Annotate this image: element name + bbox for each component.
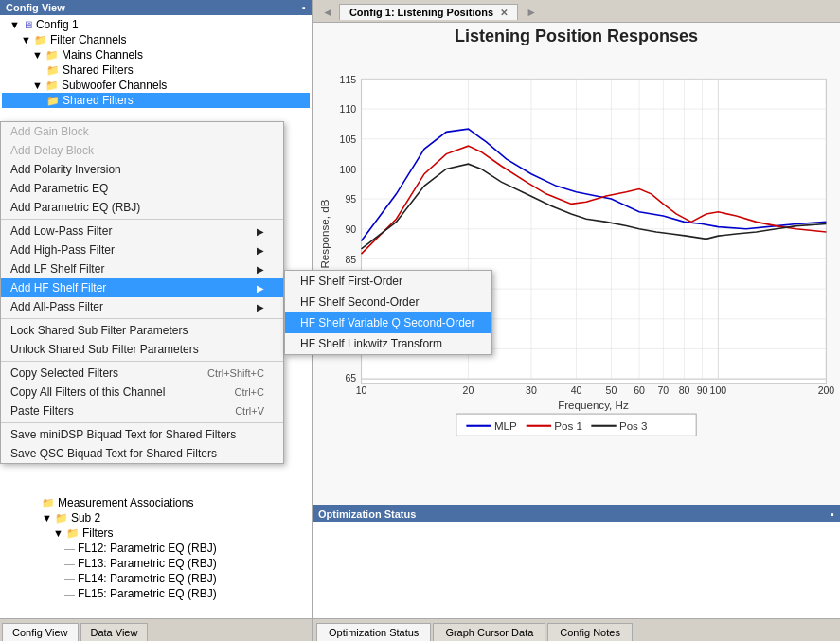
bottom-tab-bar-right: Optimization Status Graph Cursor Data Co… (313, 618, 840, 641)
chart-svg: 115 110 105 100 95 90 85 80 75 70 65 Res… (316, 50, 836, 468)
tree-item[interactable]: — FL12: Parametric EQ (RBJ) (0, 541, 312, 556)
svg-text:90: 90 (697, 384, 708, 396)
menu-item-label: Save miniDSP Biquad Text for Shared Filt… (10, 428, 236, 441)
menu-item-add-allpass[interactable]: Add All-Pass Filter ▶ (1, 297, 283, 316)
config-icon: 🖥 (23, 19, 33, 30)
tree-item[interactable]: 📁 Shared Filters (2, 62, 310, 78)
tree-item[interactable]: ▼ 📁 Filter Channels (2, 32, 310, 47)
svg-text:MLP: MLP (494, 419, 517, 432)
menu-item-paste[interactable]: Paste Filters Ctrl+V (1, 401, 283, 420)
menu-item-label: Add LF Shelf Filter (10, 262, 104, 276)
svg-text:95: 95 (345, 193, 356, 205)
tree-item-label: Filters (82, 526, 114, 540)
menu-item-add-polarity[interactable]: Add Polarity Inversion (1, 160, 283, 179)
tab-config-view[interactable]: Config View (2, 623, 79, 641)
tree-bottom-area: 📁 Measurement Associations ▼ 📁 Sub 2 ▼ 📁… (0, 495, 312, 618)
menu-item-add-lf-shelf[interactable]: Add LF Shelf Filter ▶ (1, 259, 283, 278)
menu-item-copy-all[interactable]: Copy All Filters of this Channel Ctrl+C (1, 383, 283, 401)
main-container: Config View ▪ ▼ 🖥 Config 1 ▼ 📁 Filter Ch… (0, 0, 840, 641)
menu-separator (1, 318, 283, 319)
filter-icon: — (64, 558, 75, 569)
tree-item-label: Config 1 (36, 18, 79, 31)
tree-item[interactable]: ▼ 📁 Sub 2 (0, 510, 312, 525)
folder-icon: 📁 (45, 49, 59, 62)
svg-text:110: 110 (340, 103, 357, 115)
menu-item-save-minidsp[interactable]: Save miniDSP Biquad Text for Shared Filt… (1, 425, 283, 444)
submenu-hf-shelf: HF Shelf First-Order HF Shelf Second-Ord… (284, 270, 492, 355)
svg-text:100: 100 (340, 164, 357, 175)
tree-item[interactable]: ▼ 🖥 Config 1 (2, 17, 310, 32)
tree-item-label: Sub 2 (71, 511, 100, 525)
svg-text:80: 80 (679, 384, 690, 396)
svg-text:10: 10 (356, 384, 367, 396)
menu-item-save-qsc[interactable]: Save QSC Biquad Text for Shared Filters (1, 444, 283, 463)
submenu-arrow-icon: ▶ (257, 302, 264, 312)
menu-item-add-peq-rbj[interactable]: Add Parametric EQ (RBJ) (1, 198, 283, 217)
menu-item-add-lpf[interactable]: Add Low-Pass Filter ▶ (1, 222, 283, 240)
tree-item[interactable]: ▼ 📁 Filters (0, 525, 312, 541)
submenu-arrow-icon: ▶ (257, 226, 264, 237)
tab-close-icon[interactable]: ✕ (500, 8, 508, 18)
chart-title: Listening Position Responses (316, 27, 836, 46)
submenu-item-second-order[interactable]: HF Shelf Second-Order (285, 292, 491, 312)
tab-optimization-status[interactable]: Optimization Status (316, 623, 431, 641)
menu-item-unlock-shared[interactable]: Unlock Shared Sub Filter Parameters (1, 340, 283, 359)
svg-text:Response, dB: Response, dB (318, 199, 331, 268)
tree-item-label: Measurement Associations (58, 496, 193, 509)
opt-status-pin-icon[interactable]: ▪ (831, 508, 834, 520)
menu-item-copy-selected[interactable]: Copy Selected Filters Ctrl+Shift+C (1, 364, 283, 383)
submenu-item-variable-q[interactable]: HF Shelf Variable Q Second-Order (285, 312, 491, 333)
nav-left-icon[interactable]: ◄ (316, 4, 339, 21)
svg-text:Pos 3: Pos 3 (619, 419, 648, 432)
menu-item-label: Lock Shared Sub Filter Parameters (10, 324, 188, 337)
tree-item-selected[interactable]: 📁 Shared Filters (2, 93, 310, 108)
submenu-item-label: HF Shelf Second-Order (300, 295, 419, 309)
menu-item-add-peq[interactable]: Add Parametric EQ (1, 179, 283, 198)
svg-text:65: 65 (345, 372, 356, 383)
menu-item-label: Add Parametric EQ (RBJ) (10, 201, 140, 214)
tree-item[interactable]: ▼ 📁 Mains Channels (2, 47, 310, 62)
opt-status-title: Optimization Status (318, 508, 416, 520)
opt-status-header: Optimization Status ▪ (313, 507, 840, 522)
svg-text:50: 50 (606, 384, 617, 396)
expand-icon: ▼ (42, 512, 52, 524)
tab-bar-top: ◄ Config 1: Listening Positions ✕ ► (313, 0, 840, 23)
tree-item[interactable]: 📁 Measurement Associations (0, 495, 312, 510)
filter-icon: — (64, 573, 75, 584)
shortcut-label: Ctrl+V (235, 405, 264, 417)
svg-text:105: 105 (340, 134, 357, 145)
svg-text:70: 70 (657, 384, 669, 396)
shortcut-label: Ctrl+Shift+C (207, 367, 264, 379)
tree-item[interactable]: — FL13: Parametric EQ (RBJ) (0, 556, 312, 571)
panel-pin-icon[interactable]: ▪ (302, 2, 306, 13)
filter-icon: — (64, 588, 75, 599)
tab-data-view[interactable]: Data View (80, 623, 149, 641)
tab-config-notes[interactable]: Config Notes (547, 623, 633, 641)
tree-item[interactable]: ▼ 📁 Subwoofer Channels (2, 78, 310, 93)
tree-item-label: Shared Filters (63, 94, 134, 107)
left-bottom-tabs: Config View Data View (0, 618, 312, 641)
submenu-item-label: HF Shelf First-Order (300, 275, 402, 288)
menu-item-add-hpf[interactable]: Add High-Pass Filter ▶ (1, 240, 283, 259)
submenu-arrow-icon: ▶ (257, 264, 264, 275)
tree-item[interactable]: — FL15: Parametric EQ (RBJ) (0, 586, 312, 601)
expand-icon: ▼ (32, 80, 43, 91)
nav-right-icon[interactable]: ► (520, 4, 543, 21)
folder-icon: 📁 (46, 64, 60, 77)
tree-item-label: FL14: Parametric EQ (RBJ) (78, 572, 217, 585)
svg-text:20: 20 (463, 384, 474, 396)
menu-item-label: Unlock Shared Sub Filter Parameters (10, 343, 199, 356)
menu-item-lock-shared[interactable]: Lock Shared Sub Filter Parameters (1, 321, 283, 340)
context-menu: Add Gain Block Add Delay Block Add Polar… (0, 121, 284, 464)
submenu-item-first-order[interactable]: HF Shelf First-Order (285, 271, 491, 292)
menu-item-add-hf-shelf[interactable]: Add HF Shelf Filter ▶ (1, 278, 283, 297)
tree-item-label: FL12: Parametric EQ (RBJ) (78, 542, 217, 555)
submenu-item-linkwitz[interactable]: HF Shelf Linkwitz Transform (285, 333, 491, 354)
tab-listening-positions[interactable]: Config 1: Listening Positions ✕ (339, 4, 518, 20)
tab-graph-cursor-data[interactable]: Graph Cursor Data (433, 623, 545, 641)
menu-item-label: Paste Filters (10, 404, 74, 418)
tree-item-label: Subwoofer Channels (62, 79, 167, 92)
expand-icon: ▼ (53, 527, 63, 539)
tree-item[interactable]: — FL14: Parametric EQ (RBJ) (0, 571, 312, 586)
submenu-item-label: HF Shelf Variable Q Second-Order (300, 316, 475, 329)
